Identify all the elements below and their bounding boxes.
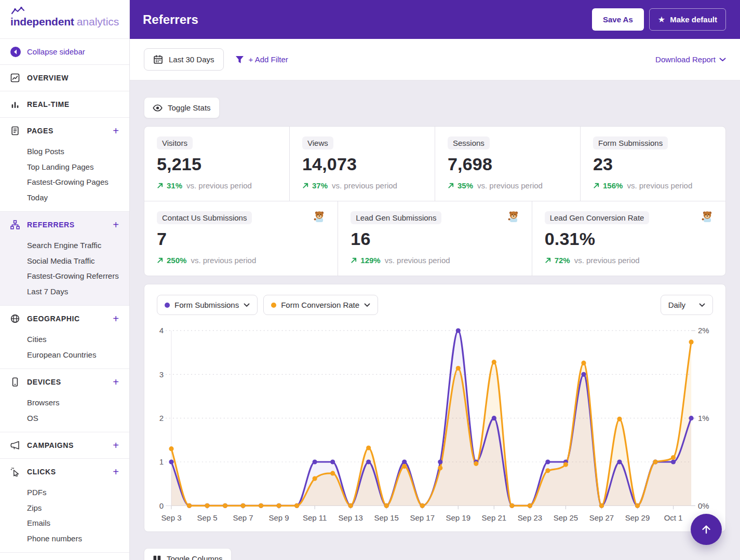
stats-row-2: Contact Us Submissions7250%vs. previous … xyxy=(144,201,725,276)
add-pages-report-button[interactable]: + xyxy=(113,126,119,136)
interval-dropdown[interactable]: Daily xyxy=(661,295,713,315)
stat-value: 7 xyxy=(157,229,325,249)
download-report-button[interactable]: Download Report xyxy=(655,55,726,64)
sidebar-subitem[interactable]: Emails xyxy=(27,515,129,531)
sidebar-item-clicks[interactable]: CLICKS+ xyxy=(0,459,129,485)
form-conversion-rate-point xyxy=(276,503,281,508)
stat-card: Lead Gen Conversion Rate0.31%72%vs. prev… xyxy=(532,201,725,276)
form-conversion-rate-point xyxy=(187,503,192,508)
sidebar-item-label: REFERRERS xyxy=(27,221,75,229)
sidebar-subitem[interactable]: Zips xyxy=(27,500,129,516)
form-submissions-point xyxy=(617,459,622,464)
stat-value: 23 xyxy=(593,154,713,174)
stat-change: 129%vs. previous period xyxy=(351,256,519,265)
form-conversion-rate-point xyxy=(581,361,586,365)
sidebar-item-label: CLICKS xyxy=(27,468,56,476)
save-as-button[interactable]: Save As xyxy=(592,8,644,31)
trend-up-icon xyxy=(593,182,600,189)
sidebar-section-geographic: GEOGRAPHIC+CitiesEuropean Countries xyxy=(0,306,129,369)
form-conversion-rate-point xyxy=(366,445,371,450)
series-selector-form-submissions[interactable]: Form Submissions xyxy=(157,295,258,315)
form-conversion-rate-point xyxy=(474,461,478,466)
x-axis-tick: Sep 11 xyxy=(303,513,327,522)
sidebar-subitem[interactable]: Today xyxy=(27,190,129,206)
right-axis-tick: 1% xyxy=(698,414,709,422)
sidebar-subitem[interactable]: Phone numbers xyxy=(27,531,129,547)
form-conversion-rate-point xyxy=(545,468,550,473)
stat-value: 14,073 xyxy=(302,154,422,174)
form-submissions-point xyxy=(581,372,586,377)
sidebar-item-pages[interactable]: PAGES+ xyxy=(0,118,129,144)
form-conversion-rate-point xyxy=(205,503,209,508)
x-axis-tick: Sep 7 xyxy=(233,513,253,522)
sidebar-item-label: GEOGRAPHIC xyxy=(27,315,80,323)
sidebar-item-overview[interactable]: OVERVIEW xyxy=(0,65,129,91)
add-campaigns-report-button[interactable]: + xyxy=(113,440,119,450)
toggle-columns-button[interactable]: Toggle Columns xyxy=(144,548,232,560)
sidebar-item-geographic[interactable]: GEOGRAPHIC+ xyxy=(0,306,129,332)
campaigns-icon xyxy=(10,441,20,450)
referrers-icon xyxy=(10,220,20,229)
trend-up-icon xyxy=(157,257,164,264)
sidebar-subitem[interactable]: OS xyxy=(27,411,129,426)
stat-change: 37%vs. previous period xyxy=(302,181,422,190)
sidebar-item-label: CAMPAIGNS xyxy=(27,441,74,449)
make-default-button[interactable]: ★ Make default xyxy=(649,8,726,31)
sidebar-item-referrers[interactable]: REFERRERS+ xyxy=(0,212,129,238)
form-conversion-rate-point xyxy=(240,503,245,508)
sidebar-subitem[interactable]: Search Engine Traffic xyxy=(27,238,129,253)
sidebar-subitem[interactable]: European Countries xyxy=(27,347,129,363)
trend-up-icon xyxy=(448,182,454,189)
sidebar-subitem[interactable]: Top Landing Pages xyxy=(27,159,129,175)
sidebar-subitem[interactable]: Fastest-Growing Referrers xyxy=(27,268,129,284)
chevron-down-icon xyxy=(244,303,250,307)
stats-row-1: Visitors5,21531%vs. previous periodViews… xyxy=(144,127,725,201)
sidebar-subitem[interactable]: Last 7 Days xyxy=(27,284,129,299)
form-submissions-point xyxy=(330,459,335,464)
form-conversion-rate-point xyxy=(671,455,676,460)
sidebar-subitem[interactable]: Social Media Traffic xyxy=(27,253,129,269)
sidebar-item-campaigns[interactable]: CAMPAIGNS+ xyxy=(0,432,129,458)
sidebar-item-real-time[interactable]: REAL-TIME xyxy=(0,91,129,117)
add-filter-button[interactable]: + Add Filter xyxy=(235,55,288,64)
add-geographic-report-button[interactable]: + xyxy=(113,313,119,324)
page-header: Referrers Save As ★ Make default xyxy=(130,0,740,39)
form-conversion-rate-point xyxy=(438,466,442,470)
stat-value: 16 xyxy=(351,229,519,249)
devices-subitems: BrowsersOS xyxy=(0,395,129,432)
sidebar-item-label: REAL-TIME xyxy=(27,100,70,108)
stat-label: Lead Gen Conversion Rate xyxy=(545,211,650,224)
add-devices-report-button[interactable]: + xyxy=(113,377,119,387)
sidebar-subitem[interactable]: Fastest-Growing Pages xyxy=(27,174,129,190)
sidebar-subitem[interactable]: Browsers xyxy=(27,395,129,411)
sidebar-section-referrers: REFERRERS+Search Engine TrafficSocial Me… xyxy=(0,212,129,306)
scroll-to-top-button[interactable] xyxy=(691,514,722,545)
sidebar-item-devices[interactable]: DEVICES+ xyxy=(0,369,129,395)
form-conversion-rate-point xyxy=(402,464,407,469)
form-conversion-rate-point xyxy=(420,503,425,508)
add-referrers-report-button[interactable]: + xyxy=(113,220,119,230)
series-dot-purple xyxy=(165,303,170,308)
date-range-button[interactable]: Last 30 Days xyxy=(144,48,224,71)
stat-card: Sessions7,69835%vs. previous period xyxy=(435,127,580,201)
stat-label: Views xyxy=(302,136,333,149)
trend-up-icon xyxy=(351,257,357,264)
sidebar-subitem[interactable]: Blog Posts xyxy=(27,144,129,159)
x-axis-tick: Sep 25 xyxy=(554,513,578,522)
left-axis-tick: 3 xyxy=(159,370,164,379)
add-clicks-report-button[interactable]: + xyxy=(113,467,119,477)
collapse-sidebar-button[interactable]: Collapse sidebar xyxy=(0,39,129,65)
sidebar-subitem[interactable]: Cities xyxy=(27,332,129,347)
toggle-columns-label: Toggle Columns xyxy=(167,554,223,560)
series-selector-form-conversion-rate[interactable]: Form Conversion Rate xyxy=(263,295,378,315)
line-chart: 012340%1%2%Sep 3Sep 5Sep 7Sep 9Sep 11Sep… xyxy=(157,323,713,524)
form-submissions-point xyxy=(689,416,693,420)
sidebar-subitem[interactable]: PDFs xyxy=(27,485,129,500)
stat-card: Views14,07337%vs. previous period xyxy=(290,127,435,201)
form-conversion-rate-point xyxy=(635,503,640,508)
toggle-stats-button[interactable]: Toggle Stats xyxy=(144,97,220,118)
sidebar-item-label: PAGES xyxy=(27,127,53,135)
stat-card: Visitors5,21531%vs. previous period xyxy=(144,127,289,201)
stat-label: Visitors xyxy=(157,136,193,149)
form-conversion-rate-point xyxy=(169,446,173,451)
